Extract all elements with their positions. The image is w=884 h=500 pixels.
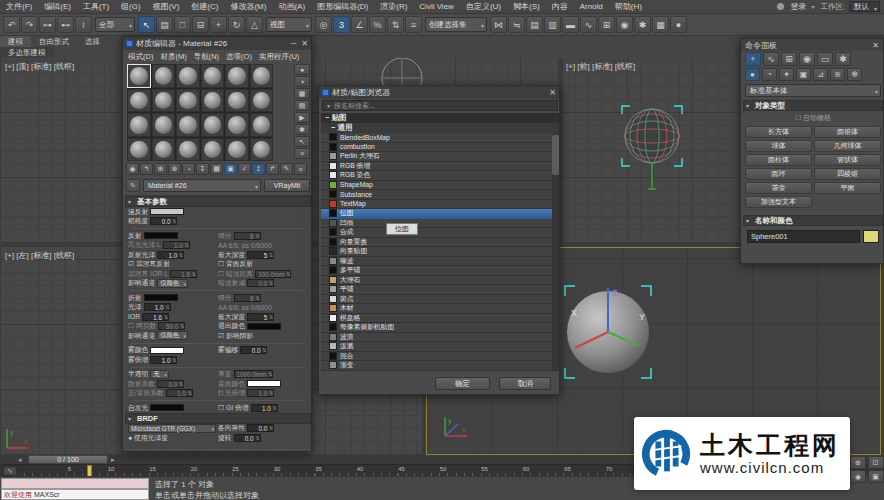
unlink-selection-icon[interactable]: ⊷: [57, 16, 74, 33]
material-sample-slot[interactable]: [127, 89, 151, 113]
go-to-parent-icon[interactable]: ↥: [252, 163, 265, 175]
rollout-object-type[interactable]: 对象类型: [743, 100, 883, 111]
rendered-frame-window-icon[interactable]: ▦: [652, 16, 669, 33]
scene-explorer-icon[interactable]: ▤: [526, 16, 543, 33]
dropdown[interactable]: 仅颜色: [157, 331, 188, 340]
material-sample-slot[interactable]: [127, 113, 151, 137]
spinner-field[interactable]: 1.6: [170, 270, 197, 278]
sample-type-icon[interactable]: ●: [294, 64, 310, 75]
material-sample-slot[interactable]: [201, 113, 225, 137]
map-list-item[interactable]: 凹痕: [321, 219, 552, 229]
material-sample-slot[interactable]: [176, 113, 200, 137]
primitive-type-dropdown[interactable]: 标准基本体: [745, 84, 881, 97]
material-sample-slot[interactable]: [250, 64, 274, 88]
primitive-button[interactable]: 长方体: [745, 126, 812, 138]
window-crossing-icon[interactable]: ⊟: [192, 16, 209, 33]
angle-snap-icon[interactable]: ∠: [351, 16, 368, 33]
map-list-item[interactable]: 向量贴图: [321, 247, 552, 257]
material-options-icon[interactable]: ≡: [294, 163, 307, 175]
material-editor-menu-item[interactable]: 导航(N): [194, 52, 219, 60]
shapes-category-icon[interactable]: ◔: [762, 68, 777, 81]
spinner-field[interactable]: 0.0: [150, 217, 177, 225]
ribbon-toggle-icon[interactable]: ▬: [562, 16, 579, 33]
search-arrow-icon[interactable]: ▼: [326, 103, 331, 109]
select-object-icon[interactable]: ↖: [138, 16, 155, 33]
map-list-item[interactable]: 斑点: [321, 295, 552, 305]
material-sample-slot[interactable]: [152, 113, 176, 137]
map-list-item[interactable]: ShapeMap: [321, 181, 552, 191]
use-pivot-point-icon[interactable]: ◎: [315, 16, 332, 33]
align-icon[interactable]: ≒: [508, 16, 525, 33]
zoom-all-icon[interactable]: ⊡: [868, 456, 884, 469]
render-production-icon[interactable]: ●: [670, 16, 687, 33]
systems-category-icon[interactable]: ✻: [847, 68, 862, 81]
material-name-dropdown[interactable]: Material #26: [143, 179, 261, 192]
spinner-field[interactable]: 1.6: [142, 313, 169, 321]
primitive-button[interactable]: 茶壶: [745, 182, 812, 194]
orbit-icon[interactable]: ◉: [850, 470, 866, 483]
primitive-button[interactable]: 圆柱体: [745, 154, 812, 166]
color-swatch[interactable]: [150, 208, 184, 215]
spinner-field[interactable]: 8: [234, 294, 261, 302]
viewport-front-label[interactable]: [+] [前] [标准] [线框]: [566, 61, 635, 72]
options-icon[interactable]: ✱: [294, 124, 310, 135]
spinner-field[interactable]: 1.0: [166, 389, 193, 397]
spinner-field[interactable]: 1.0: [144, 303, 171, 311]
viewport-top-label[interactable]: [+] [顶] [标准] [线框]: [5, 61, 74, 72]
map-list-item[interactable]: TextMap: [321, 200, 552, 210]
material-editor-menu-item[interactable]: 模式(D): [128, 52, 153, 60]
ribbon-subtab[interactable]: 多边形建模: [0, 47, 54, 58]
utilities-tab-icon[interactable]: ✱: [835, 52, 851, 66]
menu-item[interactable]: 图形编辑器(D): [311, 0, 374, 14]
menu-item[interactable]: 组(G): [115, 0, 147, 14]
material-editor-titlebar[interactable]: 材质编辑器 - Material #26 ─ ✕: [123, 37, 311, 50]
zoom-icon[interactable]: ⊕: [850, 456, 866, 469]
edit-named-selection-sets-icon[interactable]: ≡: [405, 16, 422, 33]
material-sample-slot[interactable]: [225, 113, 249, 137]
make-material-copy-icon[interactable]: ◔: [182, 163, 195, 175]
minimize-icon[interactable]: ─: [291, 39, 297, 48]
bind-to-space-warp-icon[interactable]: ≀: [75, 16, 92, 33]
material-sample-slot[interactable]: [225, 64, 249, 88]
previous-frame-icon[interactable]: ◂: [18, 455, 22, 464]
material-sample-slot[interactable]: [152, 89, 176, 113]
make-preview-icon[interactable]: ▶: [294, 112, 310, 123]
material-editor-icon[interactable]: ◉: [616, 16, 633, 33]
color-swatch[interactable]: [247, 380, 281, 387]
color-swatch[interactable]: [247, 323, 281, 330]
modify-tab-icon[interactable]: ∿: [763, 52, 779, 66]
primitive-button[interactable]: 管状体: [814, 154, 881, 166]
material-sample-slot[interactable]: [152, 138, 176, 162]
cameras-category-icon[interactable]: ▣: [796, 68, 811, 81]
dropdown[interactable]: Microfacet GTR (GGX): [128, 424, 216, 433]
spinner-field[interactable]: 1.0: [251, 404, 278, 412]
rollout-name-color[interactable]: 名称和颜色: [743, 215, 883, 226]
close-icon[interactable]: ✕: [301, 39, 308, 48]
spinner-field[interactable]: 1.0: [150, 356, 177, 364]
display-tab-icon[interactable]: ▭: [817, 52, 833, 66]
primitive-button[interactable]: 平面: [814, 182, 881, 194]
ok-button[interactable]: 确定: [435, 377, 490, 390]
motion-tab-icon[interactable]: ◉: [799, 52, 815, 66]
cancel-button[interactable]: 取消: [499, 377, 551, 390]
ribbon-tab[interactable]: 选择: [77, 36, 108, 47]
material-sample-slot[interactable]: [127, 64, 151, 88]
helpers-category-icon[interactable]: ⊿: [813, 68, 828, 81]
spinner-field[interactable]: 1.0: [247, 389, 274, 397]
menu-item[interactable]: Arnold: [574, 0, 609, 14]
object-name-field[interactable]: Sphere001: [747, 230, 860, 243]
menu-item[interactable]: 视图(V): [147, 0, 186, 14]
select-and-move-icon[interactable]: +: [210, 16, 227, 33]
login-button[interactable]: 登录: [788, 1, 816, 12]
put-material-to-scene-icon[interactable]: ↰: [140, 163, 153, 175]
space-warps-category-icon[interactable]: ≋: [830, 68, 845, 81]
map-list-item[interactable]: 平铺: [321, 285, 552, 295]
map-list-item[interactable]: 每像素摄影机贴图: [321, 323, 552, 333]
group-general[interactable]: − 通用: [321, 123, 559, 133]
assign-material-to-selection-icon[interactable]: ⊕: [154, 163, 167, 175]
get-material-icon[interactable]: ◉: [126, 163, 139, 175]
menu-item[interactable]: 动画(A): [272, 0, 311, 14]
map-list-item[interactable]: 泼溅: [321, 342, 552, 352]
object-color-swatch[interactable]: [863, 230, 879, 243]
spinner-field[interactable]: 100.0mm: [255, 270, 291, 278]
